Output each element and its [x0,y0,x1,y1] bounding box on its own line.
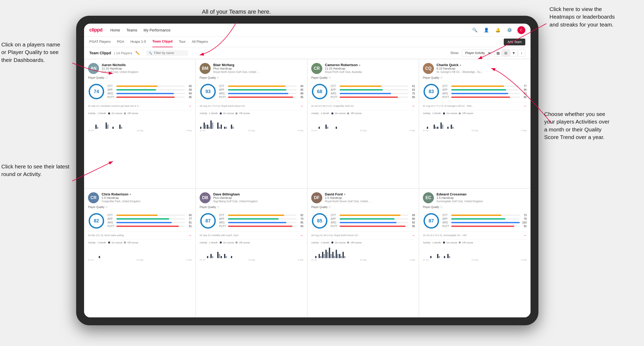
player-card[interactable]: CQ Charlie Quick ● 6-10 Handicap St. Geo… [419,59,531,188]
player-card[interactable]: EC Edward Crossman 1-5 Handicap Sunningd… [419,188,531,318]
player-card[interactable]: DF David Ford ● 1-5 Handicap Royal North… [307,188,419,318]
quality-section[interactable]: 87 OTT 73 APP 79 ARG 103 [423,212,527,229]
off-course-legend [459,113,461,114]
stat-row: ARG 75 [331,92,415,95]
activity-label: Activity · 1 Month [200,241,218,244]
quality-section[interactable]: 85 OTT 89 APP 80 ARG 83 [311,212,415,229]
activity-legend: On course Off course [108,241,138,244]
search-input[interactable] [154,51,185,55]
player-avatar: CQ [423,63,434,74]
player-name[interactable]: Chris Robertson ● [102,192,192,196]
player-card-header: CQ Charlie Quick ● 6-10 Handicap St. Geo… [423,63,527,74]
round-arrow-icon[interactable]: → [411,233,415,237]
search-box[interactable]: 🔍 [146,50,188,56]
quality-label: Player Quality ⓘ [88,205,192,209]
player-club: St. George's Hill GC - Weybridge - Surre… [437,71,484,73]
player-card[interactable]: BM Blair McHarg Plus Handicap Royal Nort… [196,59,307,188]
sub-nav-all-players[interactable]: All Players [192,37,208,47]
latest-round[interactable]: 02 Sep 23 | Sundown round to get back in… [88,102,192,108]
quality-label: Player Quality ⓘ [423,205,527,209]
stat-value: 86 [521,96,527,99]
settings-icon[interactable]: ⚙️ [506,26,513,34]
latest-round[interactable]: 04 Sep 23 | Mobility with coach, Gym → [200,231,303,237]
player-card[interactable]: CR Cameron Robertson ● 11-15 Handicap Ro… [307,59,419,188]
quality-section[interactable]: 93 OTT 84 APP 85 ARG 88 [200,83,303,100]
chart-labels: 31 Jul 21 Aug 4 Sep [200,259,303,261]
nav-teams[interactable]: Teams [126,28,137,32]
edit-icon[interactable]: ✏️ [135,51,140,55]
quality-section[interactable]: 74 OTT 60 APP 58 ARG 84 [88,83,192,100]
quality-section[interactable]: 82 OTT 60 APP 77 ARG 81 [88,212,192,229]
stat-row: ARG 85 [219,221,303,224]
card-view-btn[interactable]: ⊞ [502,49,510,57]
on-course-bar [207,256,208,258]
stat-row: OTT 60 [107,85,192,88]
latest-round[interactable]: 19 Jul 23 | 74 (+4), Sunningdale GC - Ol… [423,231,527,237]
round-arrow-icon[interactable]: → [411,104,415,108]
quality-section[interactable]: 87 OTT 82 APP 74 ARG 85 [200,212,303,229]
sub-nav-pgat[interactable]: PGAT Players [89,37,111,47]
nav-my-performance[interactable]: My Performance [144,28,171,32]
round-arrow-icon[interactable]: → [188,233,192,237]
stat-bar [116,86,158,87]
latest-round[interactable]: 26 Aug 23 | 84 (+12), Royal North Devon … [311,231,415,237]
round-arrow-icon[interactable]: → [188,104,192,108]
sub-nav-team-clippd[interactable]: Team Clippd [152,37,173,47]
sort-btn[interactable]: ↕ [518,49,525,57]
add-team-button[interactable]: Add Team [504,39,525,45]
app-logo[interactable]: clippd [89,27,102,33]
stat-bar-wrap [451,93,520,94]
on-course-bar [427,127,428,129]
stat-row: ARG 84 [107,92,192,95]
sub-nav-pga[interactable]: PGA [117,37,124,47]
nav-home[interactable]: Home [110,28,120,32]
stat-bar-wrap [116,215,185,216]
stat-value: 63 [410,88,415,91]
latest-round[interactable]: 26 Aug 23 | 73 (+1), Royal North Devon G… [200,102,303,108]
search-icon[interactable]: 🔍 [471,26,479,34]
quality-score: 93 [205,89,211,94]
latest-round[interactable]: 03 Mar 23 | 19, Must make putting → [88,231,192,237]
player-name[interactable]: Blair McHarg [213,63,303,67]
player-handicap: 11-15 Handicap [102,67,192,70]
player-name[interactable]: Charlie Quick ● [437,63,527,67]
off-course-bar [452,127,454,129]
sub-nav-tour[interactable]: Tour [179,37,185,47]
chart-labels: 31 Jul 21 Aug 4 Sep [311,259,415,261]
round-arrow-icon[interactable]: → [300,233,303,237]
off-course-bar [219,254,220,258]
stat-label: APP [219,88,226,91]
quality-ring: 68 [311,83,328,100]
sub-nav-hcaps[interactable]: Hcaps 1-5 [131,37,146,47]
filter-btn[interactable]: ▼ [510,49,517,57]
player-card[interactable]: CR Chris Robertson ● 1-5 Handicap Craigm… [84,188,196,318]
on-course-bar [430,256,432,258]
player-name[interactable]: Cameron Robertson ● [325,63,415,67]
bell-icon[interactable]: 🔔 [494,26,502,34]
profile-icon[interactable]: 👤 [483,26,490,34]
on-course-bar [325,250,327,258]
quality-section[interactable]: 83 OTT 77 APP 80 ARG 83 [423,83,527,100]
stat-bar [451,226,514,227]
player-name[interactable]: Aaron Nicholls [102,63,192,67]
player-name[interactable]: Edward Crossman [437,192,527,196]
player-card[interactable]: AN Aaron Nicholls 11-15 Handicap Drift G… [84,59,196,188]
player-name[interactable]: Dave Billingham [213,192,303,196]
round-arrow-icon[interactable]: → [300,104,303,108]
stat-bar-wrap [228,86,297,87]
on-course-label: On course [112,241,123,244]
grid-view-btn[interactable]: ▦ [494,49,502,57]
latest-round[interactable]: 07 Aug 23 | 77 (+7), St George's Hill GC… [423,102,527,108]
quality-section[interactable]: 68 OTT 61 APP 63 ARG 75 [311,83,415,100]
quality-label: Player Quality ⓘ [423,76,527,79]
stat-bar [228,218,279,220]
off-course-legend [347,113,349,114]
round-arrow-icon[interactable]: → [523,104,527,108]
stat-bar [228,215,284,216]
avatar-icon[interactable]: C [517,26,525,34]
round-arrow-icon[interactable]: → [523,233,527,237]
latest-round[interactable]: 02 Jul 23 | 59 (+17), Craigmillar Park G… [311,102,415,108]
player-card[interactable]: DB Dave Billingham Plus Handicap Sag Mai… [196,188,307,318]
activity-select[interactable]: Player Activity [462,50,492,56]
player-name[interactable]: David Ford ● [325,192,415,196]
